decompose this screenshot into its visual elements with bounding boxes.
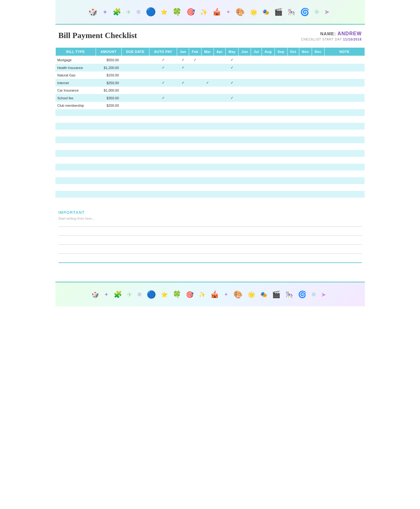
banner-icon-18: 🌀 (300, 8, 312, 16)
table-row-empty (55, 191, 365, 198)
cell-empty (239, 177, 251, 184)
cell-empty (121, 157, 149, 164)
cell-feb (189, 94, 201, 102)
cell-empty (121, 143, 149, 150)
cell-empty (312, 136, 324, 143)
banner-icon-10: ✨ (200, 8, 210, 16)
cell-feb: ✓ (189, 56, 201, 64)
cell-empty (251, 143, 262, 150)
cell-empty (189, 116, 201, 123)
cell-empty (299, 177, 312, 184)
cell-empty (149, 109, 177, 116)
cell-auto-pay (149, 87, 177, 94)
table-row-empty (55, 164, 365, 170)
cell-aug (262, 56, 275, 64)
cell-empty (299, 143, 312, 150)
cell-empty (214, 150, 226, 157)
cell-auto-pay: ✓ (149, 56, 177, 64)
cell-empty (201, 164, 214, 170)
cell-empty (299, 109, 312, 116)
cell-empty (287, 191, 299, 198)
cell-mar (201, 87, 214, 94)
table-row-empty (55, 177, 365, 184)
cell-empty (201, 157, 214, 164)
cell-empty (275, 157, 287, 164)
cell-empty (251, 170, 262, 177)
cell-empty (324, 143, 365, 150)
cell-apr (214, 79, 226, 87)
bot-banner-icon-16: 🎬 (272, 291, 283, 299)
cell-empty (299, 116, 312, 123)
cell-empty (177, 191, 189, 198)
bot-banner-icon-17: 🎠 (285, 291, 296, 298)
name-line: NAME: ANDREW (301, 31, 362, 37)
cell-empty (262, 143, 275, 150)
col-header-bill-type: BILL TYPE (55, 48, 96, 56)
cell-empty (251, 164, 262, 170)
banner-icon-6: 🔵 (146, 7, 158, 17)
cell-jul (251, 71, 262, 79)
date-label: CHECKLIST START DAY (301, 38, 342, 41)
col-header-apr: Apr (214, 48, 226, 56)
cell-empty (226, 164, 239, 170)
cell-empty (177, 123, 189, 130)
banner-icon-12: ✦ (226, 9, 233, 15)
cell-empty (239, 184, 251, 191)
cell-empty (189, 177, 201, 184)
table-row: Mortgage$550.00✓✓✓✓ (55, 56, 365, 64)
cell-empty (226, 109, 239, 116)
cell-empty (96, 136, 121, 143)
cell-oct (287, 56, 299, 64)
col-header-due-date: DUE DATE (121, 48, 149, 56)
table-row-empty (55, 109, 365, 116)
cell-apr (214, 102, 226, 109)
cell-empty (55, 184, 96, 191)
bot-banner-icon-4: ✈ (127, 291, 135, 298)
cell-empty (55, 143, 96, 150)
cell-empty (189, 130, 201, 136)
cell-empty (226, 170, 239, 177)
cell-mar (201, 94, 214, 102)
cell-empty (201, 136, 214, 143)
cell-note (324, 87, 365, 94)
bot-banner-icon-1: 🎲 (91, 291, 102, 298)
cell-empty (287, 116, 299, 123)
cell-empty (324, 130, 365, 136)
cell-empty (262, 150, 275, 157)
table-row-empty (55, 157, 365, 164)
col-header-auto-pay: AUTO PAY (149, 48, 177, 56)
cell-dec (312, 56, 324, 64)
col-header-oct: Oct (287, 48, 299, 56)
cell-empty (287, 150, 299, 157)
cell-jul (251, 87, 262, 94)
cell-empty (149, 164, 177, 170)
cell-empty (55, 177, 96, 184)
cell-empty (121, 123, 149, 130)
bot-banner-icon-6: 🔵 (147, 290, 158, 299)
table-body: Mortgage$550.00✓✓✓✓Health Insurance$1,20… (55, 56, 365, 198)
cell-empty (312, 170, 324, 177)
cell-empty (55, 123, 96, 130)
cell-empty (177, 116, 189, 123)
cell-empty (251, 157, 262, 164)
cell-empty (262, 164, 275, 170)
cell-nov (299, 87, 312, 94)
bot-banner-icon-5: ❊ (137, 291, 144, 298)
col-header-amount: AMOUNT (96, 48, 121, 56)
write-line-2 (58, 235, 362, 236)
bill-table: BILL TYPE AMOUNT DUE DATE AUTO PAY Jan F… (55, 47, 365, 198)
cell-empty (275, 130, 287, 136)
cell-aug (262, 79, 275, 87)
cell-empty (239, 170, 251, 177)
cell-empty (149, 157, 177, 164)
cell-empty (189, 109, 201, 116)
cell-empty (251, 136, 262, 143)
cell-empty (189, 164, 201, 170)
cell-empty (299, 157, 312, 164)
cell-empty (324, 177, 365, 184)
cell-empty (251, 130, 262, 136)
cell-empty (324, 170, 365, 177)
cell-dec (312, 71, 324, 79)
cell-empty (324, 157, 365, 164)
cell-aug (262, 94, 275, 102)
